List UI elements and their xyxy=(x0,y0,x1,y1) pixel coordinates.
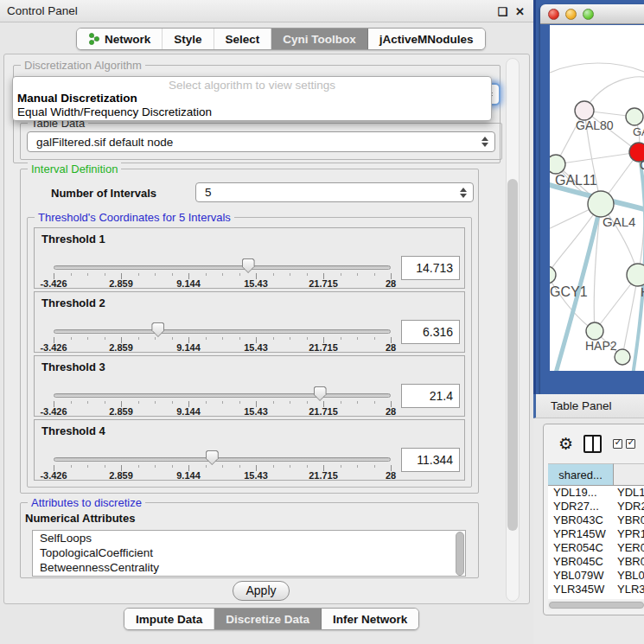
network-node[interactable] xyxy=(550,266,556,284)
tick-mark xyxy=(206,465,207,468)
network-edge-thick[interactable] xyxy=(629,152,644,371)
network-node[interactable] xyxy=(575,101,594,120)
group-title: Interval Definition xyxy=(28,163,121,175)
table-cell[interactable]: YPR145W xyxy=(548,527,614,541)
column-header-shared-name[interactable]: shared... xyxy=(548,463,614,486)
table-row[interactable]: YDR27...YDR2 xyxy=(548,500,644,513)
network-node[interactable] xyxy=(615,349,630,365)
table-row[interactable]: YPR145WYPR1 xyxy=(548,527,644,541)
table-row[interactable]: YIL052CYIL0 xyxy=(548,596,644,599)
network-edge[interactable] xyxy=(550,63,644,77)
tab-cyni-toolbox[interactable]: Cyni Toolbox xyxy=(271,29,368,49)
threshold-value-field[interactable]: 11.344 xyxy=(401,448,460,472)
table-cell[interactable]: YER054C xyxy=(548,541,614,555)
tab-jactivemnodules[interactable]: jActiveMNodules xyxy=(368,29,485,49)
float-icon[interactable]: ❑ xyxy=(497,5,507,18)
table-toolbar: ⚙ xyxy=(547,428,644,459)
gear-icon[interactable]: ⚙ xyxy=(558,434,573,453)
close-icon[interactable]: ✕ xyxy=(515,5,525,18)
table-cell[interactable]: YIL0 xyxy=(614,596,644,599)
table-row[interactable]: YLR345WYLR3 xyxy=(548,583,644,596)
tab-style[interactable]: Style xyxy=(163,29,214,49)
apply-button[interactable]: Apply xyxy=(233,581,290,601)
table-row[interactable]: YBR045CYBR0 xyxy=(548,555,644,569)
network-node[interactable] xyxy=(550,155,565,174)
attribute-item[interactable]: BetweennessCentrality xyxy=(33,560,465,575)
network-edge[interactable] xyxy=(584,77,644,111)
attributes-scrollbar[interactable] xyxy=(456,532,464,576)
table-row[interactable]: YDL19...YDL1 xyxy=(548,486,644,500)
tick-mark xyxy=(71,337,72,340)
table-cell[interactable]: YBR0 xyxy=(614,513,644,527)
tick-mark xyxy=(222,465,223,468)
network-icon xyxy=(88,33,100,46)
table-cell[interactable]: YDL1 xyxy=(614,486,644,500)
table-cell[interactable]: YBL0 xyxy=(614,569,644,583)
table-row[interactable]: YER054CYER0 xyxy=(548,541,644,555)
network-edge[interactable] xyxy=(550,275,595,331)
network-canvas[interactable]: GAL80GACGAL11GAL4GCY1HHAP2 xyxy=(550,25,644,371)
table-cell[interactable]: YLR345W xyxy=(548,583,614,596)
network-node[interactable] xyxy=(588,191,614,217)
control-panel: Control Panel ❑ ✕ Network Style Select C… xyxy=(0,0,533,644)
table-cell[interactable]: YDR2 xyxy=(614,500,644,513)
table-cell[interactable]: YDR27... xyxy=(548,500,614,513)
threshold-slider-thumb[interactable] xyxy=(242,258,255,273)
table-cell[interactable]: YBR043C xyxy=(548,513,614,527)
threshold-value-field[interactable]: 6.316 xyxy=(401,320,460,344)
table-cell[interactable]: YPR1 xyxy=(614,527,644,541)
threshold-slider-track[interactable] xyxy=(54,329,391,334)
network-edge[interactable] xyxy=(556,152,639,164)
table-data-combobox[interactable]: galFiltered.sif default node xyxy=(27,131,495,152)
threshold-value-field[interactable]: 14.713 xyxy=(401,256,460,280)
table-card: ⚙ shared... na YDL19...YDL1YDR27...YDR2Y… xyxy=(543,424,644,615)
numerical-attributes-list[interactable]: SelfLoopsTopologicalCoefficientBetweenne… xyxy=(32,530,466,577)
column-header-name[interactable]: na xyxy=(614,463,644,486)
network-window-titlebar[interactable] xyxy=(540,4,644,24)
table-cell[interactable]: YBR045C xyxy=(548,555,614,569)
threshold-slider-thumb[interactable] xyxy=(314,386,327,401)
network-node[interactable] xyxy=(626,108,643,125)
threshold-panel: Threshold 4 11.344 -3.4262.8599.14415.43… xyxy=(34,419,465,481)
threshold-slider-thumb[interactable] xyxy=(151,322,164,337)
threshold-value-field[interactable]: 21.4 xyxy=(401,384,460,408)
attribute-item[interactable]: SelfLoops xyxy=(33,531,465,545)
table-cell[interactable]: YLR3 xyxy=(614,583,644,596)
attribute-item[interactable]: TopologicalCoefficient xyxy=(33,545,465,560)
network-node[interactable] xyxy=(586,322,603,340)
checkbox-icon[interactable] xyxy=(626,439,635,449)
tab-discretize-data[interactable]: Discretize Data xyxy=(214,609,322,629)
tab-impute-data[interactable]: Impute Data xyxy=(124,609,214,629)
table-hscrollbar-thumb[interactable] xyxy=(549,602,644,609)
table-cell[interactable]: YBL079W xyxy=(548,569,614,583)
tab-network[interactable]: Network xyxy=(77,29,163,49)
close-light-icon[interactable] xyxy=(548,9,559,20)
network-node[interactable] xyxy=(627,264,644,286)
table-cell[interactable]: YIL052C xyxy=(548,596,614,599)
table-data-value: galFiltered.sif default node xyxy=(36,136,173,149)
table-cell[interactable]: YER0 xyxy=(614,541,644,555)
split-columns-icon[interactable] xyxy=(583,435,602,453)
main-scrollbar-thumb[interactable] xyxy=(507,179,518,531)
table-row[interactable]: YBL079WYBL0 xyxy=(548,569,644,583)
tab-select[interactable]: Select xyxy=(214,29,272,49)
tick-mark xyxy=(239,465,240,468)
main-scrollbar-track[interactable] xyxy=(506,58,520,602)
threshold-slider-track[interactable] xyxy=(54,457,391,462)
number-of-intervals-combobox[interactable]: 5 xyxy=(195,182,474,202)
threshold-slider-thumb[interactable] xyxy=(206,450,219,465)
cyni-main-panel: Discretization Algorithm Select algorith… xyxy=(3,54,530,604)
tab-label: Select xyxy=(226,33,260,46)
table-cell[interactable]: YBR0 xyxy=(614,555,644,569)
table-cell[interactable]: YDL19... xyxy=(548,486,614,500)
threshold-slider-track[interactable] xyxy=(54,265,391,270)
threshold-slider-track[interactable] xyxy=(54,393,391,398)
checkbox-icon[interactable] xyxy=(613,439,622,449)
table-hscrollbar-track[interactable] xyxy=(548,601,644,609)
algorithm-option-manual[interactable]: Manual Discretization xyxy=(17,92,137,105)
tab-infer-network[interactable]: Infer Network xyxy=(322,609,418,629)
zoom-light-icon[interactable] xyxy=(583,9,594,20)
minimize-light-icon[interactable] xyxy=(565,9,577,20)
table-row[interactable]: YBR043CYBR0 xyxy=(548,513,644,527)
algorithm-option-equal-width[interactable]: Equal Width/Frequency Discretization xyxy=(17,105,212,118)
